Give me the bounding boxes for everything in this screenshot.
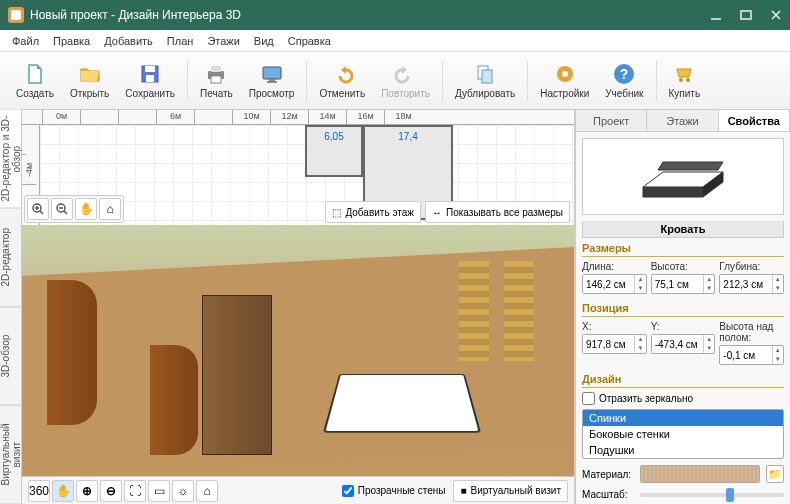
titlebar: Новый проект - Дизайн Интерьера 3D	[0, 0, 790, 30]
fit-button[interactable]: ⛶	[124, 480, 146, 502]
tab-2d[interactable]: 2D-редактор	[0, 209, 21, 308]
tab-project[interactable]: Проект	[576, 110, 647, 131]
door-1[interactable]	[47, 280, 97, 425]
tab-floors[interactable]: Этажи	[647, 110, 718, 131]
virtual-visit-button[interactable]: ■Виртуальный визит	[453, 480, 568, 502]
svg-rect-7	[263, 67, 281, 79]
create-button[interactable]: Создать	[8, 58, 62, 103]
print-button[interactable]: Печать	[192, 58, 241, 103]
rotate-360-button[interactable]: 360	[28, 480, 50, 502]
svg-rect-11	[482, 70, 492, 83]
parts-list[interactable]: Спинки Боковые стенки Подушки	[582, 409, 784, 459]
home-3d-button[interactable]: ⌂	[196, 480, 218, 502]
menu-edit[interactable]: Правка	[47, 33, 96, 49]
section-size-title: Размеры	[582, 242, 784, 257]
list-item: Подушки	[583, 442, 783, 458]
menu-help[interactable]: Справка	[282, 33, 337, 49]
gear-icon	[553, 62, 577, 86]
menu-plan[interactable]: План	[161, 33, 200, 49]
menu-view[interactable]: Вид	[248, 33, 280, 49]
plan-2d[interactable]: 0м6м10м12м14м16м18м -4м 6,05 17,4 ✋ ⌂ ⬚Д…	[22, 110, 574, 225]
y-input[interactable]: ▲▼	[651, 334, 716, 354]
open-button[interactable]: Открыть	[62, 58, 117, 103]
view-3d[interactable]	[22, 225, 574, 476]
printer-icon	[204, 62, 228, 86]
menubar: Файл Правка Добавить План Этажи Вид Спра…	[0, 30, 790, 52]
section-pos-title: Позиция	[582, 302, 784, 317]
duplicate-button[interactable]: Дублировать	[447, 58, 523, 103]
menu-add[interactable]: Добавить	[98, 33, 159, 49]
properties-panel: Проект Этажи Свойства Кровать Размеры Дл…	[575, 110, 790, 504]
home-button[interactable]: ⌂	[99, 198, 121, 220]
save-button[interactable]: Сохранить	[117, 58, 183, 103]
app-icon	[8, 7, 24, 23]
list-item: Боковые стенки	[583, 426, 783, 442]
close-button[interactable]	[770, 9, 782, 21]
svg-point-17	[686, 78, 690, 82]
window-title: Новый проект - Дизайн Интерьера 3D	[30, 8, 710, 22]
wardrobe-3d[interactable]	[202, 295, 272, 455]
zoom-in-button[interactable]	[27, 198, 49, 220]
left-tabs: 2D-редактор и 3D-обзор 2D-редактор 3D-об…	[0, 110, 22, 504]
undo-icon	[330, 62, 354, 86]
svg-text:?: ?	[620, 66, 629, 82]
toolbar: СоздатьОткрытьСохранитьПечатьПросмотрОтм…	[0, 52, 790, 110]
bed-3d[interactable]	[323, 374, 481, 433]
cart-icon	[672, 62, 696, 86]
settings-button[interactable]: Настройки	[532, 58, 597, 103]
svg-rect-0	[741, 11, 751, 19]
undo-button[interactable]: Отменить	[311, 58, 373, 103]
add-floor-button[interactable]: ⬚Добавить этаж	[325, 201, 421, 223]
tab-2d-3d[interactable]: 2D-редактор и 3D-обзор	[0, 110, 21, 209]
maximize-button[interactable]	[740, 9, 752, 21]
light-button[interactable]: ☼	[172, 480, 194, 502]
x-input[interactable]: ▲▼	[582, 334, 647, 354]
zoom-out-button[interactable]	[51, 198, 73, 220]
tab-virtual[interactable]: Виртуальный визит	[0, 406, 21, 505]
transparent-walls-checkbox[interactable]: Прозрачные стены	[336, 485, 452, 497]
window-2[interactable]	[459, 261, 489, 361]
svg-rect-9	[267, 81, 277, 83]
tab-3d[interactable]: 3D-обзор	[0, 307, 21, 406]
redo-button[interactable]: Повторить	[373, 58, 438, 103]
material-swatch[interactable]	[640, 465, 760, 483]
door-2[interactable]	[150, 345, 198, 455]
bottom-toolbar: 360 ✋ ⊕ ⊖ ⛶ ▭ ☼ ⌂ Прозрачные стены ■Вирт…	[22, 476, 574, 504]
svg-rect-3	[146, 75, 154, 82]
room-1[interactable]: 6,05	[305, 125, 363, 177]
section-design-title: Дизайн	[582, 373, 784, 388]
floor-height-input[interactable]: ▲▼	[719, 345, 784, 365]
object-preview	[582, 138, 784, 215]
plan-zoom-toolbar: ✋ ⌂	[24, 195, 124, 223]
tab-properties[interactable]: Свойства	[719, 110, 790, 131]
folder-icon	[78, 62, 102, 86]
preview-button[interactable]: Просмотр	[241, 58, 303, 103]
camera-button[interactable]: ▭	[148, 480, 170, 502]
buy-button[interactable]: Купить	[661, 58, 709, 103]
svg-rect-2	[145, 66, 155, 72]
pan-button[interactable]: ✋	[75, 198, 97, 220]
mirror-checkbox[interactable]: Отразить зеркально	[582, 392, 784, 405]
menu-floors[interactable]: Этажи	[201, 33, 245, 49]
length-input[interactable]: ▲▼	[582, 274, 647, 294]
zoom-out-3d[interactable]: ⊖	[100, 480, 122, 502]
height-input[interactable]: ▲▼	[651, 274, 716, 294]
minimize-button[interactable]	[710, 9, 722, 21]
zoom-in-3d[interactable]: ⊕	[76, 480, 98, 502]
floppy-icon	[138, 62, 162, 86]
svg-point-13	[562, 71, 568, 77]
tutorial-button[interactable]: ?Учебник	[597, 58, 651, 103]
show-dimensions-button[interactable]: ↔Показывать все размеры	[425, 201, 570, 223]
ruler-horizontal: 0м6м10м12м14м16м18м	[22, 110, 574, 125]
object-name: Кровать	[582, 221, 784, 238]
redo-icon	[394, 62, 418, 86]
material-browse-button[interactable]: 📁	[766, 465, 784, 483]
file-icon	[23, 62, 47, 86]
scale-slider[interactable]	[640, 493, 784, 497]
monitor-icon	[260, 62, 284, 86]
menu-file[interactable]: Файл	[6, 33, 45, 49]
depth-input[interactable]: ▲▼	[719, 274, 784, 294]
window-1[interactable]	[504, 261, 534, 361]
pan-3d-button[interactable]: ✋	[52, 480, 74, 502]
copy-icon	[473, 62, 497, 86]
